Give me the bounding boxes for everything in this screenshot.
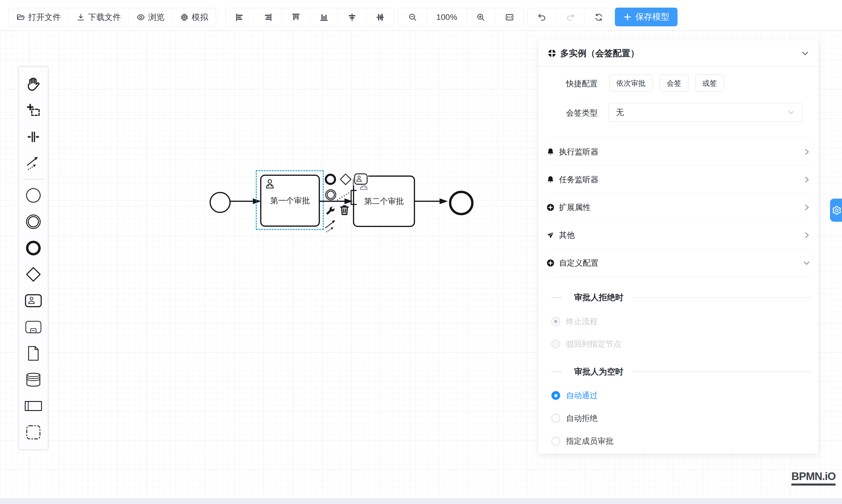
align-center-horizontal-button[interactable] [338,8,366,26]
radio-circle[interactable] [551,391,560,400]
create-group[interactable] [19,419,48,446]
append-gateway-button[interactable] [339,173,352,187]
connect-arrows-icon [324,219,338,233]
settings-tab[interactable] [830,199,842,222]
row-custom-config[interactable]: 自定义配置 [546,249,811,277]
create-data-object[interactable] [19,340,48,366]
create-intermediate-event[interactable] [19,209,48,235]
row-other[interactable]: 其他 [546,221,811,249]
participant-icon [24,400,42,412]
space-tool[interactable] [19,124,48,150]
create-subprocess[interactable] [19,314,48,340]
quick-config-options: 依次审批 会签 或签 [609,75,724,92]
radio-return-to-node: 驳回到指定节点 [551,339,621,349]
sign-type-select[interactable]: 无 [609,103,803,122]
preview-button[interactable]: 浏览 [129,8,172,26]
radio-auto-pass[interactable]: 自动通过 [551,390,598,401]
gear-icon [832,205,842,215]
create-end-event[interactable] [19,235,48,261]
align-middle-vertical-button[interactable] [366,8,394,26]
download-file-label: 下载文件 [88,12,121,23]
zoom-in-button[interactable] [467,8,495,26]
simulate-button[interactable]: 模拟 [172,8,216,26]
align-right-button[interactable] [254,8,282,26]
chevron-right-icon [803,148,811,156]
palette-separator [24,179,43,180]
palette [18,67,48,450]
row-label: 其他 [559,230,575,240]
sign-type-value: 无 [616,107,624,118]
connect-button[interactable] [324,219,338,235]
create-gateway[interactable] [19,261,48,288]
section-line [632,372,811,372]
radio-circle[interactable] [551,437,560,446]
gateway-icon [339,173,352,186]
start-event-shape[interactable] [210,192,231,213]
align-top-button[interactable] [282,8,310,26]
quick-option-orsign[interactable]: 或签 [695,75,724,92]
eye-icon [136,13,145,22]
create-participant[interactable] [19,393,48,419]
lasso-tool[interactable] [19,97,48,124]
group-icon [25,425,41,440]
end-event-shape[interactable] [449,191,474,215]
section-approver-empty: 审批人为空时 [539,367,811,377]
quick-option-sequential[interactable]: 依次审批 [609,75,653,92]
chevron-right-icon [803,176,811,184]
quick-option-countersign[interactable]: 会签 [660,75,688,92]
append-user-task-button[interactable] [353,173,368,187]
refresh-icon [594,13,603,22]
change-type-button[interactable] [324,205,336,218]
undo-button[interactable] [528,8,556,26]
download-icon [76,13,85,22]
task-first-approval[interactable]: 第一个审批 [260,175,320,227]
radio-label: 驳回到指定节点 [566,339,621,349]
align-top-icon [291,13,301,22]
radio-label: 自动拒绝 [566,413,598,424]
chevron-right-icon [803,231,811,239]
zoom-level-value: 100% [436,13,457,22]
align-bottom-button[interactable] [310,8,338,26]
radio-circle [551,317,560,326]
create-start-event[interactable] [19,182,48,209]
create-data-store[interactable] [19,366,48,393]
reset-button[interactable] [585,8,613,26]
row-label: 任务监听器 [559,174,598,185]
bpmn-io-watermark[interactable]: BPMN.iO [791,470,836,486]
panel-title: 多实例（会签配置） [560,48,639,59]
open-file-button[interactable]: 打开文件 [9,8,69,26]
folder-open-icon [16,13,25,22]
row-execution-listener[interactable]: 执行监听器 [546,138,811,165]
append-end-event-button[interactable] [324,173,337,187]
plus-circle-icon [546,258,555,267]
align-right-icon [263,13,273,22]
section-title: 审批人为空时 [574,366,624,377]
save-model-button[interactable]: 保存模型 [615,7,678,26]
zoom-out-button[interactable] [398,8,427,26]
align-left-button[interactable] [226,8,254,26]
preview-label: 浏览 [148,12,164,23]
download-file-button[interactable]: 下载文件 [69,8,129,26]
radio-assign-member[interactable]: 指定成员审批 [551,436,613,446]
hand-tool[interactable] [19,71,48,97]
history-button-group [528,8,613,26]
chevron-down-icon[interactable] [801,49,809,58]
section-title: 审批人拒绝时 [574,292,624,303]
end-event-icon [25,240,41,256]
panel-header-multi-instance[interactable]: 多实例（会签配置） [547,40,809,66]
radio-auto-reject[interactable]: 自动拒绝 [551,413,598,424]
create-user-task[interactable] [19,288,48,314]
global-connect-tool[interactable] [19,150,48,176]
radio-circle[interactable] [551,414,560,423]
subprocess-icon [25,320,42,334]
zoom-level: 100% [427,8,467,26]
append-intermediate-event-button[interactable] [324,188,337,202]
redo-button[interactable] [556,8,585,26]
data-object-icon [26,345,41,362]
row-task-listener[interactable]: 任务监听器 [546,165,811,193]
delete-button[interactable] [338,203,351,218]
row-label: 自定义配置 [559,258,598,268]
row-extended-properties[interactable]: 扩展属性 [546,193,811,221]
fit-viewport-button[interactable] [495,8,524,26]
radio-label: 指定成员审批 [566,436,613,446]
